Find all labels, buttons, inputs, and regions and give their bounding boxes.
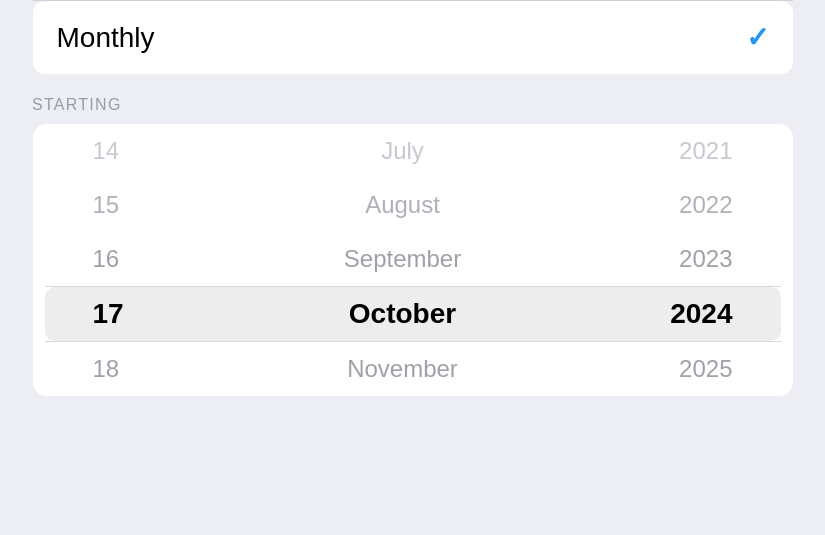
picker-month-0: July	[173, 137, 633, 165]
picker-day-0: 14	[93, 137, 173, 165]
monthly-row[interactable]: Monthly ✓	[33, 1, 793, 74]
picker-row-2[interactable]: 16 September 2023	[33, 232, 793, 286]
picker-year-4: 2025	[633, 355, 733, 383]
picker-month-2: September	[173, 245, 633, 273]
picker-month-selected: October	[173, 298, 633, 330]
picker-year-selected: 2024	[633, 298, 733, 330]
picker-row-0[interactable]: 14 July 2021	[33, 124, 793, 178]
picker-inner: 14 July 2021 15 August 2022 16 September…	[33, 124, 793, 396]
section-label: STARTING	[0, 74, 825, 124]
picker-month-1: August	[173, 191, 633, 219]
monthly-label: Monthly	[57, 22, 155, 54]
picker-day-1: 15	[93, 191, 173, 219]
picker-day-4: 18	[93, 355, 173, 383]
picker-year-0: 2021	[633, 137, 733, 165]
picker-day-2: 16	[93, 245, 173, 273]
checkmark-icon: ✓	[746, 21, 769, 54]
picker-year-1: 2022	[633, 191, 733, 219]
picker-month-4: November	[173, 355, 633, 383]
picker-row-1[interactable]: 15 August 2022	[33, 178, 793, 232]
picker-year-2: 2023	[633, 245, 733, 273]
picker-row-selected[interactable]: 17 October 2024	[45, 287, 781, 341]
picker-row-4[interactable]: 18 November 2025	[33, 342, 793, 396]
picker-day-selected: 17	[93, 298, 173, 330]
date-picker[interactable]: 14 July 2021 15 August 2022 16 September…	[33, 124, 793, 396]
